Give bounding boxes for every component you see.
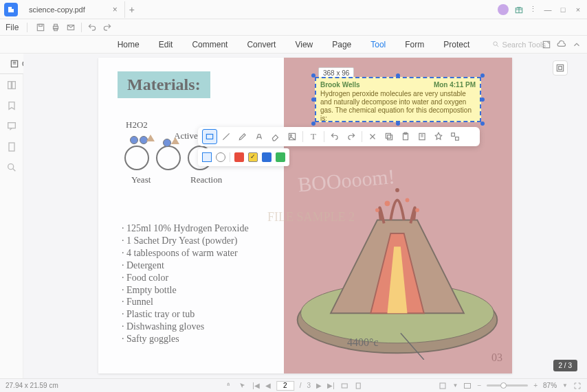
delete-tool[interactable] <box>365 129 380 144</box>
search-panel-icon[interactable] <box>6 162 17 173</box>
image-tool[interactable] <box>285 129 300 144</box>
list-item: Food color <box>122 272 249 284</box>
svg-point-31 <box>385 200 390 206</box>
hand-tool-icon[interactable] <box>225 382 233 390</box>
svg-rect-50 <box>440 383 445 389</box>
attachments-icon[interactable] <box>6 141 17 152</box>
page-indicator-badge: 2 / 3 <box>553 360 577 371</box>
zoom-slider[interactable] <box>487 384 528 387</box>
eraser-tool[interactable] <box>268 129 283 144</box>
color-yellow-selected[interactable] <box>248 152 258 162</box>
maximize-button[interactable]: □ <box>557 3 569 16</box>
prev-page-button[interactable]: ◀ <box>265 382 271 389</box>
more-icon[interactable]: ⋮ <box>527 3 539 16</box>
view-mode-icon[interactable] <box>439 382 447 390</box>
note-timestamp: Mon 4:11 PM <box>434 81 476 89</box>
copy-tool[interactable] <box>381 129 397 144</box>
annotations-icon[interactable] <box>6 121 17 132</box>
menu-view[interactable]: View <box>295 40 313 49</box>
svg-rect-49 <box>356 383 360 389</box>
svg-rect-26 <box>8 123 15 128</box>
print-icon[interactable] <box>51 23 60 32</box>
collapse-ribbon-icon[interactable] <box>572 40 582 49</box>
redo-icon[interactable] <box>102 23 112 32</box>
right-panel-toggle[interactable] <box>553 60 568 76</box>
list-item: Empty bottle <box>122 284 249 297</box>
comment-note[interactable]: Brook Wells Mon 4:11 PM Hydrogen peroxid… <box>315 77 481 122</box>
list-item: Detergent <box>122 260 249 272</box>
read-mode-icon[interactable] <box>463 382 472 390</box>
pencil-tool[interactable] <box>235 129 250 144</box>
svg-point-32 <box>406 198 410 203</box>
note-author: Brook Wells <box>320 81 360 89</box>
page-input[interactable] <box>276 381 294 391</box>
file-menu[interactable]: File <box>5 23 19 32</box>
svg-rect-48 <box>342 384 347 388</box>
document-tab[interactable]: science-copy.pdf × <box>22 1 125 18</box>
svg-rect-25 <box>12 82 15 89</box>
volcano-illustration <box>291 147 504 360</box>
last-page-button[interactable]: ▶| <box>327 382 335 389</box>
menu-comment[interactable]: Comment <box>192 40 228 49</box>
list-item: Funnel <box>122 296 249 308</box>
zoom-out-button[interactable]: − <box>477 382 481 389</box>
color-red[interactable] <box>234 152 244 162</box>
list-item: Dishwashing gloves <box>122 321 249 333</box>
shape-circle[interactable] <box>216 152 225 162</box>
undo-icon[interactable] <box>87 23 97 32</box>
zoom-level: 87% <box>543 382 557 389</box>
note-icon-tool[interactable] <box>414 129 430 144</box>
first-page-button[interactable]: |◀ <box>252 382 260 389</box>
minimize-button[interactable]: — <box>542 3 554 16</box>
svg-rect-46 <box>452 133 455 137</box>
paste-tool[interactable] <box>398 129 413 144</box>
close-tab-icon[interactable]: × <box>113 5 118 14</box>
color-blue[interactable] <box>262 152 272 162</box>
menu-protect[interactable]: Protect <box>443 40 469 49</box>
rectangle-tool[interactable] <box>202 129 217 144</box>
select-tool-icon[interactable] <box>239 382 247 390</box>
cloud-icon[interactable] <box>557 40 566 49</box>
user-avatar-icon[interactable] <box>498 4 509 15</box>
note-body: Hydrogen peroxide molecules are very uns… <box>320 90 476 123</box>
menu-edit[interactable]: Edit <box>159 40 173 49</box>
fit-page-icon[interactable] <box>354 382 362 390</box>
svg-rect-37 <box>559 67 562 70</box>
menu-form[interactable]: Form <box>405 40 424 49</box>
svg-rect-51 <box>465 383 471 388</box>
list-item: 125ml 10% Hydrogen Peroxide <box>122 222 249 235</box>
menu-home[interactable]: Home <box>118 40 140 49</box>
materials-list: 125ml 10% Hydrogen Peroxide1 Sachet Dry … <box>122 222 249 345</box>
arrange-tool[interactable] <box>447 129 463 144</box>
svg-point-34 <box>375 208 379 212</box>
next-page-button[interactable]: ▶ <box>316 382 322 389</box>
mail-icon[interactable] <box>66 23 76 32</box>
svg-rect-38 <box>206 135 212 139</box>
undo-tool[interactable] <box>327 129 342 144</box>
save-icon[interactable] <box>36 23 45 32</box>
thumbnails-icon[interactable] <box>6 80 17 91</box>
shape-rectangle[interactable] <box>202 152 212 162</box>
highlighter-tool[interactable] <box>252 129 267 144</box>
menu-convert[interactable]: Convert <box>247 40 276 49</box>
list-item: 1 Sachet Dry Yeast (powder) <box>122 235 249 247</box>
redo-tool[interactable] <box>344 129 359 144</box>
close-window-button[interactable]: × <box>572 3 584 16</box>
svg-point-33 <box>395 188 399 192</box>
search-tools[interactable]: Search Tools <box>492 41 546 49</box>
line-tool[interactable] <box>219 129 234 144</box>
menu-page[interactable]: Page <box>332 40 351 49</box>
gift-icon[interactable] <box>514 5 524 14</box>
new-tab-button[interactable]: + <box>125 4 139 15</box>
menu-tool[interactable]: Tool <box>370 40 386 49</box>
color-green[interactable] <box>276 152 285 162</box>
svg-rect-2 <box>39 24 43 26</box>
zoom-in-button[interactable]: + <box>533 382 538 389</box>
list-item: Plastic tray or tub <box>122 308 249 321</box>
fit-width-icon[interactable] <box>340 382 348 390</box>
bookmarks-icon[interactable] <box>6 100 17 111</box>
pin-tool[interactable] <box>431 129 446 144</box>
fullscreen-icon[interactable] <box>573 382 582 390</box>
text-tool[interactable]: T <box>306 129 321 144</box>
share-icon[interactable] <box>542 40 551 49</box>
